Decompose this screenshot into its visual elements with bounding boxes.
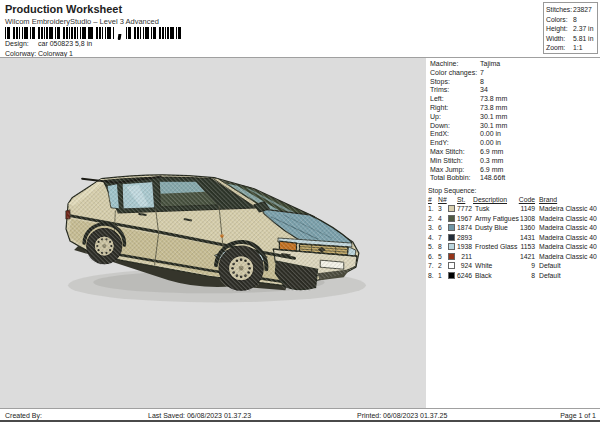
cell-num: 6. (428, 252, 437, 262)
machine-info-row: EndX:0.00 in (426, 130, 600, 139)
machine-info-row: Max Jump:6.9 mm (426, 166, 600, 175)
thread-color-swatch (448, 234, 455, 241)
summary-row: Height:2.37 in (546, 24, 597, 34)
machine-info-value: 30.1 mm (480, 113, 507, 122)
cell-code: 1153 (516, 242, 535, 252)
cell-needle: 8 (438, 242, 447, 252)
cell-brand: Madeira Classic 40 (536, 252, 600, 262)
cell-stitch: 1874 (457, 223, 472, 233)
cell-brand: Madeira Classic 40 (536, 233, 600, 243)
cell-needle: 5 (438, 252, 447, 262)
cell-description: Tusk (473, 204, 515, 214)
cell-brand: Default (536, 261, 600, 271)
col-header-description: Description (473, 195, 515, 204)
machine-info-label: Trims: (426, 86, 480, 95)
cell-code: 1360 (516, 223, 535, 233)
cell-num: 8. (428, 271, 437, 281)
summary-value: 8 (573, 15, 577, 25)
machine-info-label: EndY: (426, 139, 480, 148)
cell-num: 4. (428, 233, 437, 243)
machine-info-label: Total Bobbin: (426, 174, 480, 183)
thread-color-swatch (448, 253, 455, 260)
col-header-stitch: St. (457, 195, 472, 204)
machine-info-value: 30.1 mm (480, 122, 507, 131)
machine-info-row: Color changes:7 (426, 69, 600, 78)
cell-stitch: 7772 (457, 204, 472, 214)
thread-color-swatch (448, 215, 455, 222)
machine-info-label: Stops: (426, 78, 480, 87)
cell-brand: Madeira Classic 40 (536, 214, 600, 224)
stop-sequence-row: 5.81938Frosted Glass1153Madeira Classic … (426, 242, 600, 252)
cell-brand: Madeira Classic 40 (536, 242, 600, 252)
stop-sequence-row: 6.52111421Madeira Classic 40 (426, 252, 600, 262)
car-embroidery-design (58, 148, 380, 320)
cell-stitch: 6246 (457, 271, 472, 281)
page-bottom-border (0, 420, 600, 422)
stop-sequence-row: 4.728931431Madeira Classic 40 (426, 233, 600, 243)
design-canvas (0, 58, 426, 408)
cell-needle: 2 (438, 261, 447, 271)
cell-needle: 3 (438, 204, 447, 214)
cell-brand: Default (536, 271, 600, 281)
thread-color-swatch (448, 205, 455, 212)
summary-label: Colors: (546, 15, 573, 25)
design-name-row: Design:car 050823 5,8 in (5, 40, 92, 47)
machine-info-label: Machine: (426, 60, 480, 69)
machine-info-row: EndY:0.00 in (426, 139, 600, 148)
summary-row: Stitches:23827 (546, 5, 597, 15)
thread-color-swatch (448, 243, 455, 250)
design-value: car 050823 5,8 in (38, 40, 92, 47)
cell-description: Dusty Blue (473, 223, 515, 233)
cell-num: 1. (428, 204, 437, 214)
cell-num: 2. (428, 214, 437, 224)
thread-color-swatch (448, 262, 455, 269)
cell-needle: 4 (438, 214, 447, 224)
cell-num: 3. (428, 223, 437, 233)
machine-info-row: Total Bobbin:148.66ft (426, 174, 600, 183)
stop-sequence-title: Stop Sequence: (426, 186, 600, 195)
thread-color-swatch (448, 272, 455, 279)
machine-info-row: Stops:8 (426, 78, 600, 87)
machine-info-row: Max Stitch:6.9 mm (426, 148, 600, 157)
colorway-label: Colorway: (5, 50, 38, 57)
machine-info-value: 148.66ft (480, 174, 505, 183)
machine-info-label: Right: (426, 104, 480, 113)
stop-sequence-row: 8.16246Black8Default (426, 271, 600, 281)
summary-label: Height: (546, 24, 573, 34)
cell-code: 9 (516, 261, 535, 271)
cell-code: 8 (516, 271, 535, 281)
barcode-separator (118, 34, 122, 40)
machine-info-row: Left:73.8 mm (426, 95, 600, 104)
colorway-row: Colorway:Colorway 1 (5, 50, 73, 57)
machine-info-value: 73.8 mm (480, 104, 507, 113)
cell-description: White (473, 261, 515, 271)
machine-info-row: Machine:Tajima (426, 60, 600, 69)
cell-description: Black (473, 271, 515, 281)
cell-brand: Madeira Classic 40 (536, 223, 600, 233)
app-subtitle: Wilcom EmbroideryStudio – Level 3 Advanc… (5, 17, 159, 26)
summary-label: Zoom: (546, 43, 573, 53)
thread-color-swatch (448, 224, 455, 231)
stop-sequence-row: 3.61874Dusty Blue1360Madeira Classic 40 (426, 223, 600, 233)
cell-needle: 1 (438, 271, 447, 281)
cell-num: 5. (428, 242, 437, 252)
cell-code: 1421 (516, 252, 535, 262)
col-header-needle: N# (438, 195, 447, 204)
summary-label: Width: (546, 34, 573, 44)
col-header-brand: Brand (536, 195, 600, 204)
machine-info-value: 7 (480, 69, 484, 78)
design-barcode (5, 27, 185, 39)
colorway-value: Colorway 1 (38, 50, 73, 57)
summary-row: Width:5.81 in (546, 34, 597, 44)
cell-stitch: 924 (457, 261, 472, 271)
machine-info-label: EndX: (426, 130, 480, 139)
machine-info-label: Up: (426, 113, 480, 122)
cell-needle: 6 (438, 223, 447, 233)
machine-info-label: Color changes: (426, 69, 480, 78)
summary-value: 1:1 (573, 43, 582, 53)
machine-info-row: Trims:34 (426, 86, 600, 95)
cell-description: Frosted Glass (473, 242, 515, 252)
machine-info-value: 34 (480, 86, 488, 95)
production-worksheet-page: Production Worksheet Wilcom EmbroiderySt… (0, 0, 600, 424)
cell-stitch: 1938 (457, 242, 472, 252)
